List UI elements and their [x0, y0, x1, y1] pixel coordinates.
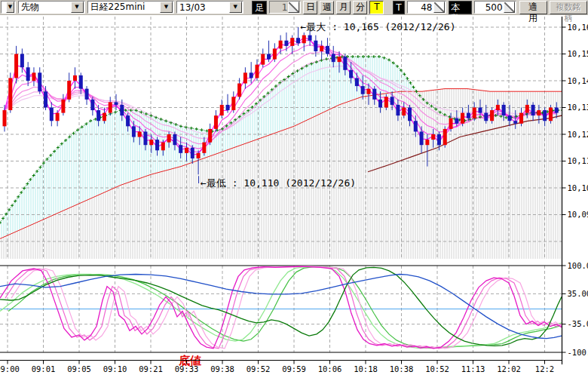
period-day-button[interactable]: 日 — [303, 1, 317, 14]
blank-combo[interactable]: ▼ — [1, 1, 16, 14]
svg-text:10,095: 10,095 — [568, 210, 588, 219]
svg-text:10,115: 10,115 — [568, 156, 588, 165]
svg-text:100.00: 100.00 — [568, 261, 588, 270]
svg-text:10:18: 10:18 — [354, 364, 378, 373]
category-combo[interactable]: 先物 ▼ — [18, 1, 85, 14]
period-tick-button[interactable]: T — [369, 1, 384, 14]
svg-text:12:2: 12:2 — [535, 364, 554, 373]
tick-count-input[interactable] — [408, 2, 433, 13]
spinner-icon[interactable] — [288, 2, 299, 13]
svg-text:09:01: 09:01 — [32, 364, 56, 373]
period-month-button[interactable]: 月 — [336, 1, 351, 14]
svg-text:10,155: 10,155 — [568, 49, 588, 58]
svg-text:10:06: 10:06 — [318, 364, 342, 373]
svg-text:09:21: 09:21 — [139, 364, 163, 373]
contract-combo[interactable]: 13/03 ▼ — [176, 1, 243, 14]
svg-text:09:10: 09:10 — [103, 364, 127, 373]
apply-button[interactable]: 適用 — [519, 1, 547, 14]
svg-text:←最大 : 10,165 (2012/12/26): ←最大 : 10,165 (2012/12/26) — [301, 21, 456, 32]
dropdown-arrow-icon[interactable]: ▼ — [160, 2, 173, 13]
dropdown-arrow-icon[interactable]: ▼ — [6, 2, 14, 13]
svg-text:12:02: 12:02 — [497, 364, 521, 373]
svg-text:10,145: 10,145 — [568, 76, 588, 85]
bar-count-input[interactable] — [475, 2, 504, 13]
tick-count-stepper — [407, 1, 446, 14]
bar-count-label: 本数 — [449, 1, 472, 14]
svg-text:09:59: 09:59 — [282, 364, 306, 373]
tick-label: T — [393, 1, 404, 14]
spinner-icon[interactable] — [433, 2, 445, 13]
dropdown-arrow-icon[interactable]: ▼ — [229, 2, 242, 13]
svg-text:-100.00: -100.00 — [568, 348, 588, 357]
bar-count-stepper — [474, 1, 516, 14]
category-combo-value: 先物 — [19, 1, 71, 14]
period-minute-button[interactable]: 分 — [353, 1, 367, 14]
dropdown-arrow-icon[interactable]: ▼ — [71, 2, 84, 13]
svg-text:09:05: 09:05 — [67, 364, 91, 373]
period-week-button[interactable]: 週 — [320, 1, 334, 14]
spinner-icon[interactable] — [504, 2, 515, 13]
interval-input[interactable] — [270, 2, 288, 13]
contract-combo-value: 13/03 — [177, 2, 229, 13]
svg-text:10,135: 10,135 — [568, 103, 588, 112]
symbol-combo-value: 日経225mini — [88, 1, 161, 14]
symbol-combo[interactable]: 日経225mini ▼ — [87, 1, 175, 14]
svg-text:10,125: 10,125 — [568, 130, 588, 139]
chart-window: ←最大 : 10,165 (2012/12/26)←最低 : 10,110 (2… — [0, 0, 588, 378]
svg-text:←最低 : 10,110 (2012/12/26): ←最低 : 10,110 (2012/12/26) — [201, 177, 356, 189]
ashi-label: 足 — [252, 1, 267, 14]
svg-text:09:52: 09:52 — [247, 364, 271, 373]
svg-text:09:33: 09:33 — [175, 364, 199, 373]
interval-stepper — [269, 1, 301, 14]
svg-text:10,105: 10,105 — [568, 183, 588, 192]
multi-symbol-button[interactable]: 複数銘柄 — [550, 1, 587, 14]
svg-text:09:38: 09:38 — [210, 364, 234, 373]
toolbar: ▼ 先物 ▼ 日経225mini ▼ 13/03 ▼ 足 日 週 月 分 T T — [0, 0, 588, 15]
chart-area[interactable]: ←最大 : 10,165 (2012/12/26)←最低 : 10,110 (2… — [0, 0, 588, 378]
svg-text:35.00: 35.00 — [568, 289, 588, 298]
svg-text:-35.00: -35.00 — [568, 319, 588, 328]
svg-text:09:00: 09:00 — [0, 364, 20, 373]
svg-text:10:38: 10:38 — [390, 364, 414, 373]
svg-text:10:52: 10:52 — [425, 364, 449, 373]
svg-text:11:13: 11:13 — [461, 364, 485, 373]
